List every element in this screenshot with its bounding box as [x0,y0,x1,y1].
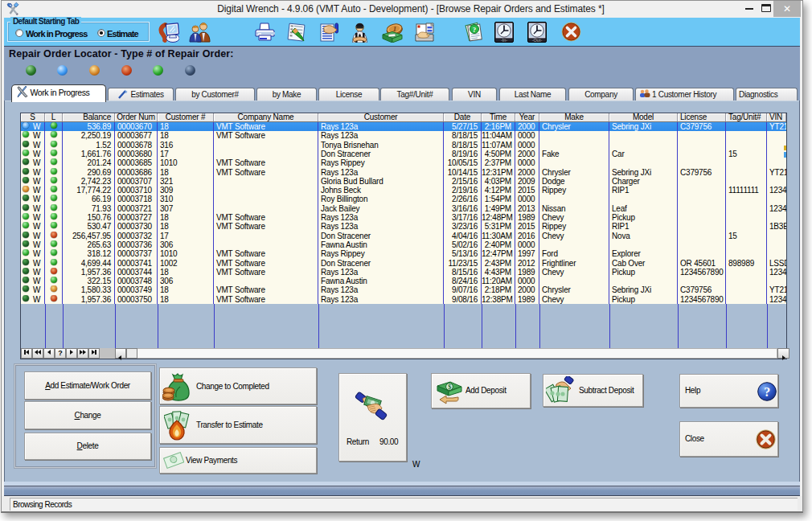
svg-text:-Out-: -Out- [532,38,543,43]
svg-text:$: $ [448,384,451,391]
svg-text:?: ? [764,385,770,399]
svg-text:-In-: -In- [501,38,507,43]
svg-text:?: ? [473,26,477,34]
